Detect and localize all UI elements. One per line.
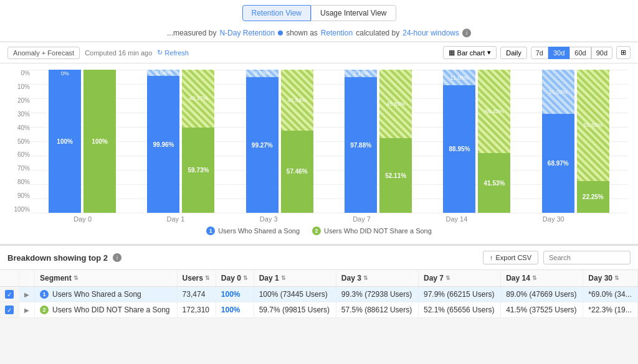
bar-group-day14: 11.05% 88.95% 58.42% 41.53% (443, 70, 510, 213)
th-day1[interactable]: Day 1⇅ (254, 270, 336, 287)
row1-day30: *69.0% (34... (583, 287, 638, 302)
breakdown-title: Breakdown showing top 2 (7, 253, 108, 263)
7d-button[interactable]: 7d (531, 47, 548, 59)
x-label-day3: Day 3 (260, 215, 278, 223)
row1-segment: 1 Users Who Shared a Song (35, 287, 178, 302)
x-label-day1: Day 1 (167, 215, 185, 223)
chevron-down-icon: ▾ (487, 49, 491, 57)
row1-day0: 100% (216, 287, 254, 302)
row2-segment: 2 Users Who DID NOT Share a Song (35, 302, 178, 318)
row1-expand[interactable]: ▶ (19, 287, 35, 302)
breakdown-section: Breakdown showing top 2 i ↑ Export CSV S… (0, 244, 638, 318)
legend-item-1: 1 Users Who Shared a Song (206, 226, 300, 235)
search-input[interactable] (543, 251, 631, 264)
anomaly-forecast-button[interactable]: Anomaly + Forecast (7, 47, 80, 59)
export-icon: ↑ (490, 254, 493, 261)
row2-checkbox[interactable]: ✓ (0, 302, 19, 318)
x-label-day0: Day 0 (74, 215, 92, 223)
x-label-day7: Day 7 (353, 215, 371, 223)
bar-group-day0: 100% 0% 100% (49, 70, 116, 213)
row1-users: 73,474 (177, 287, 216, 302)
row1-day1: 100% (73445 Users) (254, 287, 336, 302)
bar-group-day1: 0.04% 99.96% 40.27% 59.73% (147, 70, 214, 213)
row2-day1: 59.7% (99815 Users) (254, 302, 336, 318)
retention-dot (278, 30, 283, 35)
calculated-by-label: calculated by (356, 29, 399, 37)
bar-chart-button[interactable]: ▦ Bar chart ▾ (443, 46, 497, 59)
shown-as-label: shown as (286, 29, 318, 37)
60d-button[interactable]: 60d (569, 47, 591, 59)
chart-legend: 1 Users Who Shared a Song 2 Users Who DI… (10, 223, 628, 239)
th-day7[interactable]: Day 7⇅ (419, 270, 501, 287)
90d-button[interactable]: 90d (591, 47, 612, 59)
row2-day7: 52.1% (65656 Users) (419, 302, 501, 318)
retention-view-tab[interactable]: Retention View (242, 5, 312, 21)
windows-link[interactable]: 24-hour windows (402, 29, 459, 37)
bar-chart-icon: ▦ (449, 49, 455, 57)
daily-button[interactable]: Daily (500, 47, 526, 59)
legend-label-1: Users Who Shared a Song (218, 227, 300, 235)
row2-day30: *22.3% (19... (583, 302, 638, 318)
th-day30[interactable]: Day 30⇅ (583, 270, 638, 287)
row1-day14: 89.0% (47669 Users) (501, 287, 583, 302)
x-axis: Day 0 Day 1 Day 3 Day 7 Day 14 Day 30 (10, 213, 628, 223)
th-day14[interactable]: Day 14⇅ (501, 270, 583, 287)
th-expand (19, 270, 35, 287)
seg-dot-1: 1 (40, 290, 49, 299)
legend-label-2: Users Who DID NOT Share a Song (324, 227, 432, 235)
th-day0[interactable]: Day 0⇅ (216, 270, 254, 287)
row1-checkbox[interactable]: ✓ (0, 287, 19, 302)
th-users[interactable]: Users⇅ (177, 270, 216, 287)
row2-users: 172,310 (177, 302, 216, 318)
seg-dot-2: 2 (40, 306, 49, 314)
table-row: ✓ ▶ 1 Users Who Shared a Song 73,474 100… (0, 287, 638, 302)
measured-by-label: ...measured by (167, 29, 216, 37)
x-label-day14: Day 14 (445, 215, 467, 223)
th-check (0, 270, 19, 287)
refresh-button[interactable]: ↻ Refresh (157, 49, 189, 57)
bar-group-day3: 0.73% 99.27% 42.54% 57.46% (246, 70, 313, 213)
y-axis: 100% 90% 80% 70% 60% 50% 40% 30% 20% 10%… (10, 70, 30, 213)
bar-group-day7: 2.12% 97.88% 45.89% 52.11% (345, 70, 412, 213)
legend-dot-2: 2 (312, 226, 321, 235)
row2-day3: 57.5% (88612 Users) (336, 302, 418, 318)
legend-item-2: 2 Users Who DID NOT Share a Song (312, 226, 432, 235)
row2-day14: 41.5% (37525 Users) (501, 302, 583, 318)
legend-dot-1: 1 (206, 226, 215, 235)
breakdown-info-icon[interactable]: i (113, 253, 121, 262)
row2-expand[interactable]: ▶ (19, 302, 35, 318)
th-segment[interactable]: Segment⇅ (35, 270, 178, 287)
usage-interval-view-tab[interactable]: Usage Interval View (311, 5, 396, 21)
chart-area: 100% 90% 80% 70% 60% 50% 40% 30% 20% 10%… (0, 63, 638, 244)
bar-group-day30: 31.03% 68.97% 55.55% 22.25% (542, 70, 609, 213)
table-row: ✓ ▶ 2 Users Who DID NOT Share a Song 172… (0, 302, 638, 318)
breakdown-table: Segment⇅ Users⇅ Day 0⇅ Day 1⇅ Day 3⇅ Day… (0, 270, 638, 318)
retention-link[interactable]: Retention (321, 29, 353, 37)
nday-retention-link[interactable]: N-Day Retention (219, 29, 275, 37)
day-range-buttons: 7d 30d 60d 90d (531, 47, 612, 59)
row1-day7: 97.9% (66215 Users) (419, 287, 501, 302)
row1-day3: 99.3% (72938 Users) (336, 287, 418, 302)
row2-day0: 100% (216, 302, 254, 318)
export-csv-button[interactable]: ↑ Export CSV (483, 251, 538, 264)
30d-button[interactable]: 30d (548, 47, 569, 59)
refresh-icon: ↻ (157, 49, 163, 57)
info-icon[interactable]: i (462, 29, 471, 37)
export-button[interactable]: ⊞ (616, 46, 631, 59)
computed-text: Computed 16 min ago (85, 49, 152, 57)
x-label-day30: Day 30 (543, 215, 564, 223)
th-day3[interactable]: Day 3⇅ (336, 270, 418, 287)
